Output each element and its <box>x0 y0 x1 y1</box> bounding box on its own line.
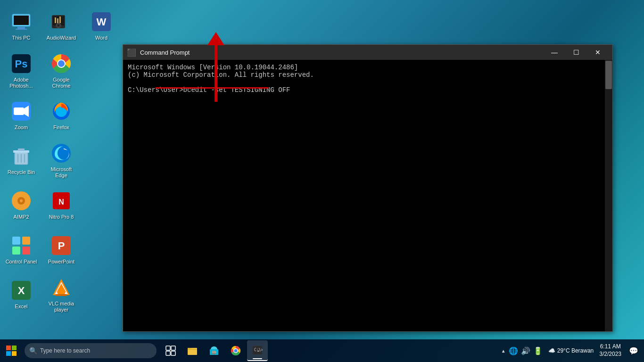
tray-network[interactable]: 🌐 <box>509 346 518 355</box>
svg-rect-58 <box>188 348 192 350</box>
svg-point-27 <box>58 25 59 26</box>
tray-volume[interactable]: 🔊 <box>521 346 530 355</box>
desktop-icon-edge[interactable]: Microsoft Edge <box>42 139 80 181</box>
start-button[interactable] <box>0 339 23 362</box>
desktop-icon-photoshop[interactable]: Ps Adobe Photosh... <box>2 49 40 92</box>
svg-rect-54 <box>171 346 175 350</box>
cmd-scrollbar[interactable] <box>605 60 612 331</box>
svg-rect-18 <box>12 237 20 245</box>
this-pc-icon <box>10 10 33 33</box>
desktop-icon-zoom[interactable]: Zoom <box>2 94 40 137</box>
desktop-icon-label: Control Panel <box>6 259 37 265</box>
taskbar-chrome[interactable] <box>225 340 246 361</box>
microsoft-edge-icon <box>50 142 73 165</box>
desktop-icon-firefox[interactable]: Firefox <box>42 94 80 137</box>
system-tray: ▲ 🌐 🔊 🔋 <box>497 346 546 355</box>
taskbar-right: ▲ 🌐 🔊 🔋 ☁️ 29°C Berawan 6:11 AM 3/2/2023… <box>497 343 644 358</box>
taskbar-cmd[interactable]: C:\> <box>247 340 268 361</box>
svg-text:N: N <box>58 198 64 206</box>
desktop-icon-label: Word <box>95 35 107 41</box>
cmd-line-3 <box>128 79 608 86</box>
desktop-icon-label: VLC media player <box>45 301 78 313</box>
desktop-icon-nitro[interactable]: N Nitro Pro 8 <box>42 184 80 226</box>
tray-weather: ☁️ 29°C Berawan <box>548 347 594 354</box>
svg-rect-55 <box>166 351 170 355</box>
svg-rect-11 <box>18 148 25 151</box>
desktop-icon-label: Microsoft Edge <box>45 166 78 179</box>
google-chrome-icon <box>50 52 73 75</box>
desktop-icon-label: AudioWizard <box>47 35 76 41</box>
svg-point-63 <box>234 349 238 353</box>
cmd-maximize-button[interactable]: ☐ <box>565 45 587 60</box>
svg-rect-1 <box>14 16 29 25</box>
excel-icon: X <box>10 279 33 302</box>
svg-rect-66 <box>257 351 259 352</box>
svg-rect-52 <box>12 351 17 356</box>
desktop-icon-google-chrome[interactable]: Google Chrome <box>42 49 80 92</box>
search-bar[interactable]: 🔍 Type here to search <box>25 343 157 358</box>
zoom-icon <box>10 100 33 123</box>
desktop-icon-this-pc[interactable]: This PC <box>2 5 40 47</box>
svg-rect-28 <box>55 17 56 23</box>
svg-rect-7 <box>14 107 24 115</box>
control-panel-icon <box>10 234 33 257</box>
cmd-window-controls: — ☐ ✕ <box>544 45 609 60</box>
desktop-icon-label: This PC <box>12 35 30 41</box>
desktop-icon-word[interactable]: W Word <box>83 5 120 47</box>
svg-text:P: P <box>58 240 65 252</box>
desktop-icon-label: Google Chrome <box>45 77 78 89</box>
audiowizard-icon <box>50 10 73 33</box>
svg-rect-3 <box>16 29 27 30</box>
cmd-minimize-button[interactable]: — <box>544 45 565 60</box>
tray-battery-area[interactable]: 🔋 <box>533 346 543 355</box>
aimp2-icon <box>10 189 33 212</box>
desktop-icon-label: Firefox <box>53 124 69 131</box>
desktop: This PC Ps Adobe Photosh... Zoom <box>0 0 644 362</box>
cmd-line-1: Microsoft Windows [Version 10.0.19044.24… <box>128 64 608 71</box>
notification-icon[interactable]: 💬 <box>627 345 640 357</box>
desktop-icon-label: AIMP2 <box>13 214 29 220</box>
desktop-icon-recycle-bin[interactable]: Recycle Bin <box>2 139 40 181</box>
taskbar-store[interactable]: 🏬 <box>204 340 224 361</box>
firefox-icon <box>50 100 73 123</box>
desktop-icon-control-panel[interactable]: Control Panel <box>2 229 40 271</box>
weather-text: 29°C Berawan <box>557 347 594 354</box>
clock[interactable]: 6:11 AM 3/2/2023 <box>595 343 625 358</box>
desktop-icon-aimp2[interactable]: AIMP2 <box>2 184 40 226</box>
cmd-close-button[interactable]: ✕ <box>587 45 609 60</box>
recycle-bin-icon <box>10 145 33 167</box>
taskbar-file-explorer[interactable] <box>182 340 203 361</box>
svg-rect-45 <box>56 294 67 296</box>
taskbar-task-view[interactable] <box>160 340 181 361</box>
cmd-window-icon: ⬛ <box>127 48 136 57</box>
svg-rect-51 <box>6 351 11 356</box>
svg-rect-21 <box>22 247 30 255</box>
tray-chevron[interactable]: ▲ <box>501 348 506 354</box>
svg-rect-29 <box>57 18 58 23</box>
desktop-icon-vlc[interactable]: VLC media player <box>42 273 80 316</box>
desktop-icon-powerpoint[interactable]: P PowerPoint <box>42 229 80 271</box>
cmd-line-2: (c) Microsoft Corporation. All rights re… <box>128 71 608 79</box>
svg-rect-49 <box>6 346 11 350</box>
svg-point-34 <box>58 60 65 67</box>
clock-time: 6:11 AM <box>600 343 621 351</box>
taskbar: 🔍 Type here to search <box>0 339 644 362</box>
cmd-prompt-line: C:\Users\User>bcedit -set TESTSIGNING OF… <box>128 86 608 94</box>
clock-date: 3/2/2023 <box>599 351 621 358</box>
desktop-icon-excel[interactable]: X Excel <box>2 273 40 316</box>
cmd-scrollbar-thumb[interactable] <box>605 61 612 89</box>
cmd-window[interactable]: ⬛ Command Prompt — ☐ ✕ Microsoft Windows… <box>123 44 613 332</box>
search-icon: 🔍 <box>29 347 37 354</box>
cmd-content[interactable]: Microsoft Windows [Version 10.0.19044.24… <box>123 60 612 331</box>
svg-rect-50 <box>12 346 17 350</box>
desktop-icon-label: Excel <box>15 304 28 310</box>
powerpoint-icon: P <box>50 234 73 257</box>
desktop-icon-audiowizard[interactable]: AudioWizard <box>42 5 80 47</box>
svg-text:X: X <box>18 285 25 296</box>
desktop-icon-label: Zoom <box>15 124 28 131</box>
arrow-head <box>207 32 224 45</box>
svg-rect-30 <box>59 16 61 23</box>
vlc-icon <box>50 276 73 299</box>
svg-text:🏬: 🏬 <box>212 350 216 354</box>
desktop-icons: This PC Ps Adobe Photosh... Zoom <box>0 0 104 339</box>
